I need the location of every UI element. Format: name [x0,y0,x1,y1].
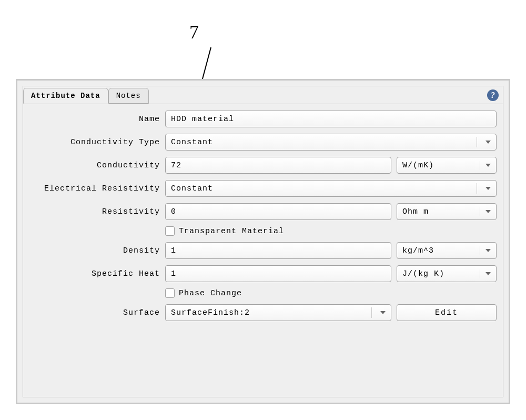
dialog-outer-frame: Attribute Data Notes ? Name Conductivity… [16,79,510,404]
row-name: Name [29,111,497,127]
chevron-down-icon [485,272,491,275]
row-specific-heat: Specific Heat J/(kg K) [29,265,497,282]
conductivity-input[interactable] [165,157,391,174]
specific-heat-input-value[interactable] [171,269,386,278]
row-density: Density kg/m^3 [29,242,497,259]
resistivity-input[interactable] [165,203,391,220]
tab-bar: Attribute Data Notes ? [23,86,503,104]
transparent-material-checkbox[interactable] [165,226,175,236]
electrical-resistivity-value: Constant [171,184,473,193]
surface-value: SurfaceFinish:2 [171,308,368,317]
label-electrical-resistivity: Electrical Resistivity [29,184,160,193]
name-input[interactable] [165,111,497,127]
separator [371,307,372,318]
density-unit-value: kg/m^3 [402,246,480,255]
resistivity-unit-select[interactable]: Ohm m [397,203,497,220]
conductivity-unit-value: W/(mK) [402,161,480,170]
specific-heat-input[interactable] [165,265,391,282]
density-unit-select[interactable]: kg/m^3 [397,242,497,259]
conductivity-input-value[interactable] [171,161,386,170]
phase-change-checkbox[interactable] [165,288,175,298]
label-resistivity: Resistivity [29,207,160,216]
conductivity-type-select[interactable]: Constant [165,134,497,151]
density-input-value[interactable] [171,246,386,255]
row-conductivity: Conductivity W/(mK) [29,157,497,174]
chevron-down-icon [485,141,491,144]
chevron-down-icon [485,249,491,252]
row-resistivity: Resistivity Ohm m [29,203,497,220]
transparent-material-label: Transparent Material [179,227,284,236]
figure-annotation-number: 7 [189,21,199,43]
row-surface: Surface SurfaceFinish:2 Edit [29,304,497,321]
density-input[interactable] [165,242,391,259]
resistivity-input-value[interactable] [171,207,386,216]
chevron-down-icon [380,311,386,314]
separator [477,183,477,194]
row-conductivity-type: Conductivity Type Constant [29,134,497,151]
chevron-down-icon [485,187,491,190]
label-density: Density [29,246,160,255]
tab-notes[interactable]: Notes [108,88,149,104]
specific-heat-unit-select[interactable]: J/(kg K) [397,265,497,282]
tab-attribute-data[interactable]: Attribute Data [23,88,108,104]
row-electrical-resistivity: Electrical Resistivity Constant [29,180,497,197]
label-name: Name [29,115,160,124]
conductivity-unit-select[interactable]: W/(mK) [397,157,497,174]
conductivity-type-value: Constant [171,138,473,147]
electrical-resistivity-select[interactable]: Constant [165,180,497,197]
label-surface: Surface [29,308,160,317]
form-area: Name Conductivity Type Constant [23,104,503,321]
name-input-value[interactable] [171,115,491,124]
edit-button[interactable]: Edit [397,304,497,321]
specific-heat-unit-value: J/(kg K) [402,269,480,278]
chevron-down-icon [485,210,491,213]
row-phase-change: Phase Change [29,288,497,298]
label-conductivity: Conductivity [29,161,160,170]
help-icon[interactable]: ? [487,89,499,101]
resistivity-unit-value: Ohm m [402,207,480,216]
label-conductivity-type: Conductivity Type [29,138,160,147]
surface-select[interactable]: SurfaceFinish:2 [165,304,391,321]
transparent-material-checkbox-group: Transparent Material [165,226,284,236]
phase-change-checkbox-group: Phase Change [165,288,242,298]
phase-change-label: Phase Change [179,289,242,298]
label-specific-heat: Specific Heat [29,269,160,278]
row-transparent-material: Transparent Material [29,226,497,236]
chevron-down-icon [485,164,491,167]
separator [477,137,477,147]
dialog-panel: Attribute Data Notes ? Name Conductivity… [23,86,503,397]
